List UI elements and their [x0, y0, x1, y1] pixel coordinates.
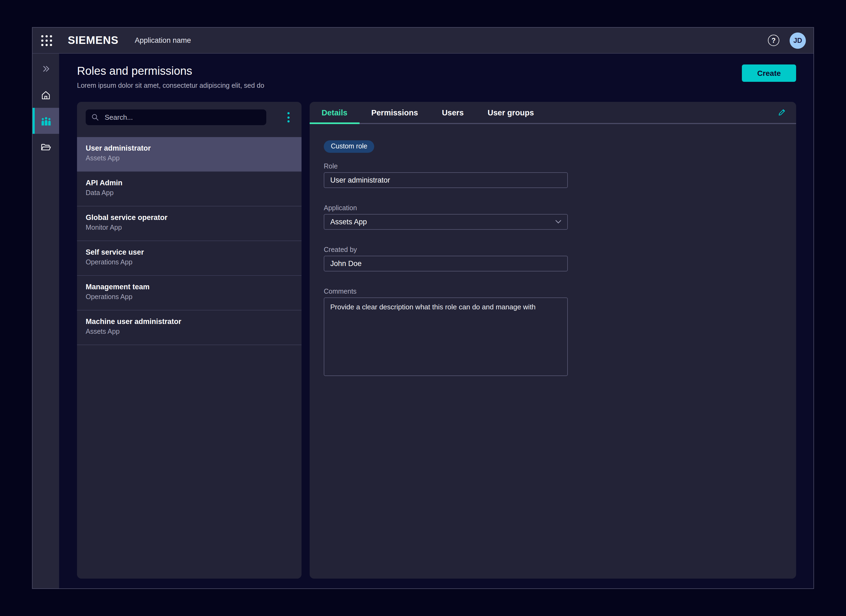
role-list: User administrator Assets App API Admin … [77, 137, 302, 345]
folder-icon [40, 141, 51, 153]
role-list-item-management-team[interactable]: Management team Operations App [77, 276, 302, 311]
role-item-title: Global service operator [86, 213, 293, 221]
role-item-title: User administrator [86, 144, 293, 152]
created-by-label: Created by [324, 246, 782, 254]
list-toolbar [77, 102, 302, 125]
app-header: SIEMENS Application name ? JD [32, 28, 814, 54]
kebab-dot [287, 116, 290, 118]
grid-dot [41, 35, 43, 37]
role-label: Role [324, 163, 782, 170]
role-list-item-self-service-user[interactable]: Self service user Operations App [77, 241, 302, 276]
search-input[interactable] [104, 113, 261, 122]
role-item-subtitle: Operations App [86, 293, 293, 301]
grid-dot [46, 44, 48, 46]
kebab-dot [287, 112, 290, 114]
grid-dot [50, 39, 52, 41]
app-window: SIEMENS Application name ? JD [32, 27, 814, 589]
created-by-input[interactable] [324, 256, 568, 271]
role-list-item-api-admin[interactable]: API Admin Data App [77, 172, 302, 207]
chevron-double-right-icon [41, 64, 51, 74]
home-icon [40, 89, 51, 101]
custom-role-badge: Custom role [324, 140, 374, 153]
role-item-subtitle: Assets App [86, 154, 293, 162]
window-body: Roles and permissions Lorem ipsum dolor … [32, 54, 814, 588]
create-button[interactable]: Create [742, 65, 796, 82]
role-item-subtitle: Monitor App [86, 224, 293, 231]
application-label: Application [324, 204, 782, 212]
role-item-title: Self service user [86, 248, 293, 256]
grid-dot [46, 35, 48, 37]
page-subtitle: Lorem ipsum dolor sit amet, consectetur … [77, 82, 264, 89]
sidebar-item-users[interactable] [32, 108, 59, 134]
tab-users[interactable]: Users [430, 102, 476, 123]
edit-button[interactable] [775, 106, 788, 119]
role-list-item-global-service-operator[interactable]: Global service operator Monitor App [77, 207, 302, 241]
application-select-value: Assets App [330, 218, 367, 226]
question-mark-icon: ? [771, 37, 775, 44]
siemens-logo: SIEMENS [68, 34, 119, 47]
grid-dot [50, 44, 52, 46]
sidebar-item-folder[interactable] [32, 134, 59, 160]
tab-user-groups[interactable]: User groups [475, 102, 546, 123]
grid-dot [41, 44, 43, 46]
search-icon [91, 113, 99, 121]
grid-dot [50, 35, 52, 37]
avatar[interactable]: JD [790, 32, 806, 48]
role-detail-panel: Details Permissions Users User groups Cu… [310, 102, 796, 579]
tab-bar: Details Permissions Users User groups [310, 102, 796, 124]
panels: User administrator Assets App API Admin … [77, 102, 796, 579]
role-item-title: Machine user administrator [86, 317, 293, 326]
pencil-icon [777, 108, 786, 117]
sidebar-item-home[interactable] [32, 82, 59, 108]
role-item-subtitle: Data App [86, 189, 293, 197]
tab-details[interactable]: Details [310, 102, 359, 123]
list-menu-button[interactable] [286, 110, 291, 124]
role-item-title: Management team [86, 283, 293, 291]
grid-dot [41, 39, 43, 41]
app-launcher-button[interactable] [41, 35, 52, 46]
desktop: SIEMENS Application name ? JD [0, 0, 846, 616]
users-icon [40, 115, 52, 126]
kebab-dot [287, 120, 290, 122]
application-select[interactable]: Assets App [324, 214, 568, 230]
comments-label: Comments [324, 288, 782, 295]
role-item-subtitle: Operations App [86, 258, 293, 266]
chevron-down-icon [555, 220, 561, 224]
grid-dot [46, 39, 48, 41]
sidebar [32, 54, 59, 588]
comments-textarea[interactable]: Provide a clear description what this ro… [324, 298, 568, 376]
sidebar-expand-button[interactable] [32, 56, 59, 82]
page-title: Roles and permissions [77, 65, 264, 78]
role-item-subtitle: Assets App [86, 328, 293, 335]
roles-list-panel: User administrator Assets App API Admin … [77, 102, 302, 579]
main-content: Roles and permissions Lorem ipsum dolor … [59, 54, 814, 588]
page-header: Roles and permissions Lorem ipsum dolor … [77, 65, 796, 89]
role-list-item-user-administrator[interactable]: User administrator Assets App [77, 137, 302, 172]
application-name: Application name [135, 36, 191, 44]
role-item-title: API Admin [86, 179, 293, 187]
tab-permissions[interactable]: Permissions [359, 102, 430, 123]
role-list-item-machine-user-administrator[interactable]: Machine user administrator Assets App [77, 311, 302, 345]
help-button[interactable]: ? [768, 35, 779, 46]
search-box[interactable] [86, 109, 266, 125]
role-input[interactable] [324, 172, 568, 188]
role-detail-form: Custom role Role Application Assets App … [310, 124, 796, 376]
